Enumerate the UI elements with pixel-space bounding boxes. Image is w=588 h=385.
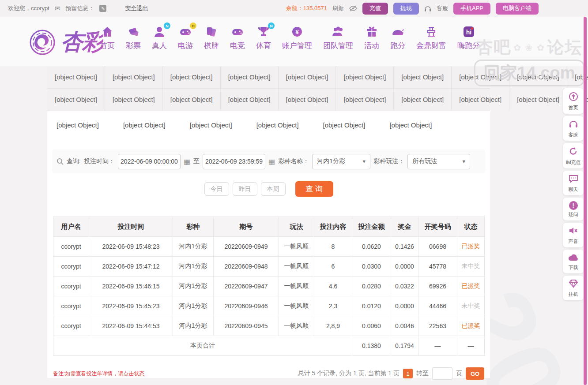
report-tab[interactable]: [object Object] [336,66,394,88]
thisweek-button[interactable]: 本周 [261,182,286,196]
service-link[interactable]: 客服 [437,4,448,12]
lottery-subtab[interactable]: [object Object] [247,116,308,134]
status-link[interactable]: 未中奖 [462,262,480,269]
status-link[interactable]: 已派奖 [462,282,480,289]
nav-item-sports[interactable]: N 体育 [256,25,271,51]
report-tab[interactable]: [object Object] [163,89,221,111]
site-header: 杏彩 首页 彩票 N 真人 H 电游 棋牌 电竞 N 体育 [0,17,588,66]
nav-item-paofen[interactable]: 跑分 [390,25,405,51]
col-status: 状态 [457,217,485,237]
page-number-button[interactable]: 1 [403,369,413,378]
site-logo[interactable]: 杏彩 [28,27,103,57]
nav-item-account[interactable]: 账户管理 [282,25,312,51]
lottery-subtab[interactable]: [object Object] [114,116,175,134]
cell-content: 6 [314,257,352,277]
exclamation-icon [569,201,578,210]
report-tab[interactable]: [object Object] [105,66,163,88]
report-tab[interactable]: [object Object] [221,66,279,88]
search-button[interactable]: 查 询 [295,181,333,197]
nav-item-boardgames[interactable]: 棋牌 [204,25,219,51]
lottery-subtab[interactable]: [object Object] [47,116,108,134]
recharge-button[interactable]: 充值 [362,3,388,15]
sidebar-item-question[interactable]: 疑问 [563,198,584,221]
top-arrow-icon [569,92,578,101]
cell-numbers: 45778 [418,257,457,277]
edit-message-icon[interactable]: ✎ [99,5,106,12]
lottery-subtab[interactable]: [object Object] [314,116,375,134]
nav-item-live[interactable]: N 真人 [152,25,167,51]
cell-lottery: 河内1分彩 [173,237,214,257]
date-to-input[interactable] [203,154,265,169]
sidebar-item-home[interactable]: 首页 [563,88,584,114]
cell-amount: 0.0120 [352,296,391,316]
col-amount: 投注金额 [352,217,391,237]
refresh-link[interactable]: 刷新 [332,4,344,12]
message-label: 预留信息： [65,4,94,12]
yesterday-button[interactable]: 昨日 [233,182,257,196]
status-link[interactable]: 未中奖 [462,302,480,309]
pink-scrollbar-strip[interactable] [584,17,587,385]
sidebar-item-im-recharge[interactable]: IM充值 [563,143,584,168]
withdraw-button[interactable]: 提现 [393,3,419,15]
cell-content: 4,6 [314,277,352,296]
cell-content: 8 [314,237,352,257]
topbar: 欢迎您，ccorypt ✉ 预留信息： ✎ 安全退出 余额：135.0571 刷… [0,0,588,17]
play-type-select[interactable]: 所有玩法▼ [407,154,470,169]
search-panel: 查询: 投注时间： ▦ 至 ▦ 彩种名称： 河内1分彩▼ 彩种玩法： 所有玩法▼ [52,150,485,173]
go-button[interactable]: GO [466,367,484,380]
date-from-input[interactable] [118,154,181,169]
mail-icon[interactable]: ✉ [55,4,60,12]
nav-item-egames[interactable]: H 电游 [178,25,193,51]
status-link[interactable]: 已派奖 [462,322,480,329]
nav-item-team[interactable]: 团队管理 [323,25,353,51]
sidebar-item-service[interactable]: 客服 [563,116,584,141]
nav-item-lottery[interactable]: 彩票 [126,25,141,51]
report-tab[interactable]: [object Object] [105,89,163,111]
cell-amount: 0.0280 [352,277,391,296]
report-tab[interactable]: [object Object] [452,89,509,111]
sidebar-item-chat[interactable]: 聊天 [563,171,584,195]
play-type-label: 彩种玩法： [373,157,404,165]
cell-numbers: 44466 [418,296,457,316]
nav-item-wealth[interactable]: 金鼎财富 [416,25,446,51]
report-tab[interactable]: [object Object] [47,66,105,88]
query-label: 查询: [67,157,81,165]
lottery-select[interactable]: 河内1分彩▼ [312,154,370,169]
report-tab[interactable]: [object Object] [452,66,509,88]
nav-item-hipaofen[interactable]: 嗨跑分 [457,25,480,51]
cell-amount: 0.0300 [352,257,391,277]
search-icon [57,158,64,165]
cell-issue: 20220609-0945 [214,316,279,336]
lottery-subtab[interactable]: [object Object] [380,116,441,134]
nav-item-esports[interactable]: 电竞 [230,25,245,51]
report-tab[interactable]: [object Object] [163,66,221,88]
status-link[interactable]: 已派奖 [462,243,480,250]
nav-item-activity[interactable]: 活动 [364,25,379,51]
nav-item-home[interactable]: 首页 [100,25,115,51]
sidebar-item-download[interactable]: 下载 [563,250,584,273]
calendar-icon[interactable]: ▦ [268,157,275,166]
lottery-subtab[interactable]: [object Object] [181,116,241,134]
mute-speaker-icon [569,226,578,235]
report-tab[interactable]: [object Object] [221,89,279,111]
goto-page-input[interactable] [432,367,452,380]
report-tab[interactable]: [object Object] [336,89,394,111]
calendar-icon[interactable]: ▦ [184,157,190,166]
mobile-app-button[interactable]: 手机APP [453,3,490,15]
today-button[interactable]: 今日 [204,182,229,196]
sidebar-item-sound[interactable]: 声音 [563,223,584,247]
report-tab[interactable]: [object Object] [509,89,567,111]
report-tab[interactable]: [object Object] [47,89,105,111]
cell-status: 已派奖 [457,237,485,257]
report-tab[interactable]: [object Object] [394,66,452,88]
sidebar-item-hangup[interactable]: 挂机 [563,276,584,300]
report-tab[interactable]: [object Object] [509,66,567,88]
report-tab[interactable]: [object Object] [279,66,336,88]
pc-client-button[interactable]: 电脑客户端 [496,3,539,15]
hide-balance-icon[interactable] [349,5,357,11]
cell-prize: 0.1426 [391,237,418,257]
report-tab[interactable]: [object Object] [394,89,452,111]
cell-time: 2022-06-09 15:45:23 [89,296,173,316]
logout-link[interactable]: 安全退出 [125,4,148,12]
report-tab[interactable]: [object Object] [279,89,336,111]
